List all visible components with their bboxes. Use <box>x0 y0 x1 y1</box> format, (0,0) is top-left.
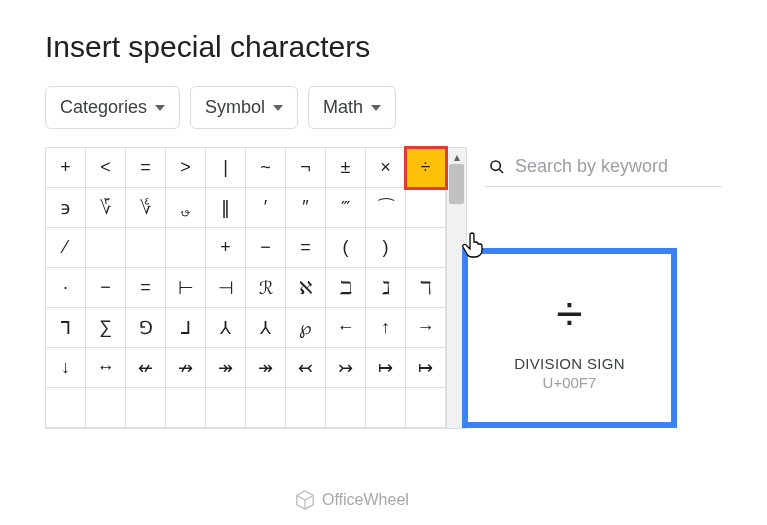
character-cell[interactable] <box>406 188 446 228</box>
svg-line-1 <box>499 168 503 172</box>
character-cell[interactable] <box>366 388 406 428</box>
type-dropdown[interactable]: Symbol <box>190 86 298 129</box>
character-cell[interactable] <box>326 388 366 428</box>
character-cell[interactable]: + <box>46 148 86 188</box>
character-cell[interactable] <box>166 228 206 268</box>
character-cell[interactable]: ↦ <box>406 348 446 388</box>
character-cell[interactable]: ↦ <box>366 348 406 388</box>
character-cell[interactable]: − <box>86 268 126 308</box>
character-cell[interactable]: = <box>126 268 166 308</box>
search-icon <box>489 158 505 176</box>
svg-point-0 <box>491 161 500 170</box>
character-cell[interactable]: ⅂ <box>46 308 86 348</box>
character-cell[interactable]: → <box>406 308 446 348</box>
character-cell[interactable]: ↛ <box>166 348 206 388</box>
character-grid: +<=>|~¬±×÷϶؆؇؈‖′″‴⁀⁄+−=()∙−=⊢⊣ℛℵℶℷℸ⅂∑⅁⅃⅄… <box>46 148 446 428</box>
character-cell[interactable] <box>286 388 326 428</box>
character-cell[interactable] <box>406 228 446 268</box>
caret-down-icon <box>273 105 283 111</box>
preview-name: DIVISION SIGN <box>514 355 625 372</box>
character-cell[interactable]: ↠ <box>246 348 286 388</box>
character-cell[interactable]: ℛ <box>246 268 286 308</box>
character-cell[interactable] <box>86 388 126 428</box>
character-cell[interactable]: ↓ <box>46 348 86 388</box>
preview-code: U+00F7 <box>543 374 597 391</box>
subtype-dropdown[interactable]: Math <box>308 86 396 129</box>
svg-marker-2 <box>297 491 314 509</box>
character-cell[interactable]: ⁀ <box>366 188 406 228</box>
character-preview-tooltip: ÷ DIVISION SIGN U+00F7 <box>462 248 677 428</box>
character-cell[interactable]: ↣ <box>326 348 366 388</box>
character-cell[interactable]: ⅄ <box>246 308 286 348</box>
character-cell[interactable] <box>206 388 246 428</box>
character-cell[interactable]: = <box>286 228 326 268</box>
character-cell[interactable]: ¬ <box>286 148 326 188</box>
character-cell[interactable]: ↢ <box>286 348 326 388</box>
character-cell[interactable]: ∑ <box>86 308 126 348</box>
character-cell[interactable]: > <box>166 148 206 188</box>
character-cell[interactable]: ± <box>326 148 366 188</box>
character-cell[interactable]: ⅄ <box>206 308 246 348</box>
character-cell[interactable]: × <box>366 148 406 188</box>
character-cell[interactable]: ( <box>326 228 366 268</box>
categories-label: Categories <box>60 97 147 118</box>
character-cell[interactable]: ‖ <box>206 188 246 228</box>
watermark: OfficeWheel <box>294 489 409 511</box>
scroll-thumb[interactable] <box>449 164 464 204</box>
character-cell[interactable] <box>46 388 86 428</box>
character-cell[interactable]: + <box>206 228 246 268</box>
character-cell[interactable]: ↑ <box>366 308 406 348</box>
character-cell[interactable] <box>126 388 166 428</box>
character-cell[interactable]: ℘ <box>286 308 326 348</box>
character-cell[interactable]: ⊢ <box>166 268 206 308</box>
filter-row: Categories Symbol Math <box>45 86 722 129</box>
character-cell[interactable]: ‴ <box>326 188 366 228</box>
character-cell[interactable]: ؇ <box>126 188 166 228</box>
character-cell[interactable]: ⅁ <box>126 308 166 348</box>
type-label: Symbol <box>205 97 265 118</box>
character-cell[interactable]: ′ <box>246 188 286 228</box>
character-cell[interactable]: ) <box>366 228 406 268</box>
character-cell[interactable]: ∙ <box>46 268 86 308</box>
character-cell[interactable] <box>86 228 126 268</box>
categories-dropdown[interactable]: Categories <box>45 86 180 129</box>
dialog-title: Insert special characters <box>45 30 722 64</box>
character-cell[interactable]: ℸ <box>406 268 446 308</box>
character-cell[interactable]: ↚ <box>126 348 166 388</box>
watermark-text: OfficeWheel <box>322 491 409 509</box>
character-cell[interactable]: | <box>206 148 246 188</box>
character-cell[interactable]: ℶ <box>326 268 366 308</box>
search-field[interactable] <box>485 147 722 187</box>
character-cell[interactable]: ⅃ <box>166 308 206 348</box>
character-cell[interactable]: ″ <box>286 188 326 228</box>
character-grid-wrap: +<=>|~¬±×÷϶؆؇؈‖′″‴⁀⁄+−=()∙−=⊢⊣ℛℵℶℷℸ⅂∑⅁⅃⅄… <box>45 147 467 429</box>
character-cell[interactable]: ؆ <box>86 188 126 228</box>
caret-down-icon <box>371 105 381 111</box>
scroll-up-arrow-icon: ▴ <box>454 150 460 164</box>
character-cell[interactable] <box>126 228 166 268</box>
character-cell[interactable]: ⁄ <box>46 228 86 268</box>
character-cell[interactable]: ~ <box>246 148 286 188</box>
character-cell[interactable]: ← <box>326 308 366 348</box>
caret-down-icon <box>155 105 165 111</box>
character-cell[interactable]: ؈ <box>166 188 206 228</box>
character-cell[interactable]: ↠ <box>206 348 246 388</box>
character-cell[interactable] <box>246 388 286 428</box>
subtype-label: Math <box>323 97 363 118</box>
character-cell[interactable]: < <box>86 148 126 188</box>
character-cell[interactable]: ⊣ <box>206 268 246 308</box>
character-cell[interactable]: − <box>246 228 286 268</box>
character-cell[interactable] <box>166 388 206 428</box>
character-cell[interactable]: ÷ <box>406 148 446 188</box>
hexagon-logo-icon <box>294 489 316 511</box>
character-cell[interactable]: = <box>126 148 166 188</box>
character-cell[interactable]: ↔ <box>86 348 126 388</box>
character-cell[interactable]: ϶ <box>46 188 86 228</box>
character-cell[interactable]: ℷ <box>366 268 406 308</box>
search-input[interactable] <box>515 156 718 177</box>
character-cell[interactable]: ℵ <box>286 268 326 308</box>
character-cell[interactable] <box>406 388 446 428</box>
preview-glyph: ÷ <box>556 286 582 341</box>
